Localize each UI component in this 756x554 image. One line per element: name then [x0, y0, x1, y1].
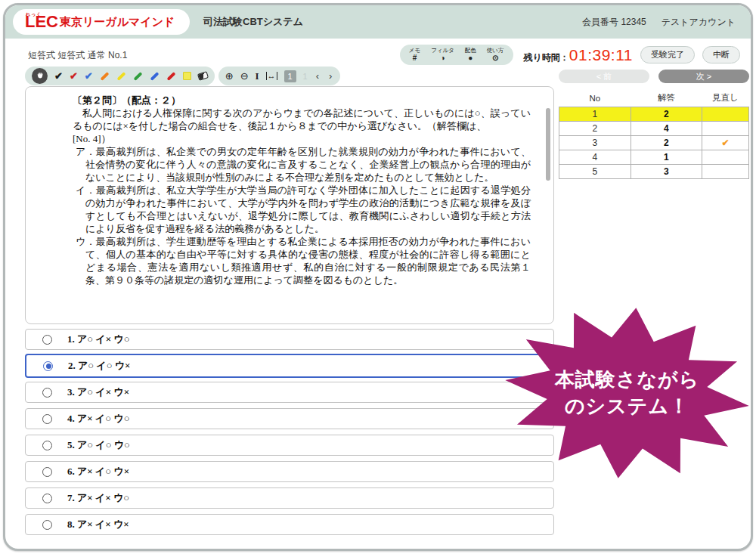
marker-yellow[interactable] — [116, 71, 125, 80]
cell-review — [702, 164, 749, 178]
answer-table-row[interactable]: 53 — [559, 164, 749, 178]
option-radio[interactable] — [42, 467, 52, 477]
question-item: ウ．最高裁判所は、学生運動歴等を理由とする私企業による本採用拒否の効力が争われた… — [76, 235, 531, 286]
question-item-text: 最高裁判所は、学生運動歴等を理由とする私企業による本採用拒否の効力が争われた事件… — [85, 236, 531, 286]
option-radio[interactable] — [42, 520, 52, 530]
marker-green[interactable] — [133, 71, 142, 80]
cbt-window: れっくLEC 東京リーガルマインド 司法試験CBTシステム 会員番号 12345… — [3, 3, 753, 551]
answer-status-table: No 解答 見直し 122432✔4153 — [559, 90, 749, 179]
option-row[interactable]: 3. ア○ イ× ウ× — [25, 382, 554, 403]
cell-review — [702, 121, 749, 135]
option-row[interactable]: 1. ア○ イ× ウ○ — [25, 329, 554, 350]
option-label: 3. ア○ イ× ウ× — [67, 385, 129, 399]
question-answer-ref: [No. 4]） — [73, 132, 531, 145]
cell-answer: 2 — [631, 107, 702, 121]
question-item-label: ウ． — [76, 236, 96, 247]
cell-question-no: 1 — [559, 107, 631, 121]
hand-tool[interactable] — [32, 68, 48, 84]
view-tools-group: ⊕⊖I↔ 1 1 ‹ › — [218, 67, 341, 85]
help-tool[interactable]: 使い方⊙ — [487, 48, 504, 62]
cell-review — [702, 107, 749, 121]
hand-icon — [36, 72, 45, 81]
cell-answer: 3 — [631, 164, 702, 178]
check-pen-red[interactable]: ✔ — [70, 71, 78, 81]
cell-answer: 1 — [631, 150, 702, 164]
page-prev-button[interactable]: ‹ — [314, 70, 321, 82]
option-row[interactable]: 6. ア× イ○ ウ× — [25, 461, 554, 482]
option-row[interactable]: 8. ア× イ× ウ× — [25, 514, 554, 535]
pen-tools-group: ✔✔✔ — [25, 67, 215, 85]
option-row[interactable]: 5. ア○ イ○ ウ○ — [25, 435, 554, 456]
question-heading: 〔第２問〕（配点：２） — [73, 94, 531, 107]
question-intro: 私人間における人権保障に関する次のアからウまでの各記述について、正しいものには○… — [73, 107, 531, 132]
option-radio[interactable] — [42, 414, 52, 424]
prev-question-button[interactable]: < 前 — [559, 70, 649, 83]
cell-question-no: 3 — [559, 135, 631, 150]
option-row[interactable]: 2. ア○ イ○ ウ× — [25, 354, 554, 378]
option-label: 2. ア○ イ○ ウ× — [68, 359, 131, 373]
lec-logo-text: れっくLEC — [25, 12, 58, 32]
annotation-toolbar: ✔✔✔ ⊕⊖I↔ 1 1 ‹ › — [25, 67, 340, 85]
header-account-area: 会員番号 12345 テストアカウント — [582, 5, 736, 39]
option-radio[interactable] — [42, 494, 52, 503]
member-number: 会員番号 12345 — [582, 16, 646, 29]
cell-review — [702, 150, 749, 164]
lec-logo: れっくLEC 東京リーガルマインド — [13, 9, 190, 35]
account-name: テストアカウント — [662, 16, 736, 29]
option-row[interactable]: 4. ア× イ○ ウ○ — [25, 408, 554, 429]
check-pen-black[interactable]: ✔ — [54, 71, 63, 81]
pause-button[interactable]: 中断 — [702, 46, 740, 63]
eraser[interactable] — [197, 71, 209, 81]
answer-table-row[interactable]: 32✔ — [559, 135, 749, 150]
question-item-label: ア． — [76, 146, 96, 157]
option-radio[interactable] — [42, 441, 52, 450]
info-circle-icon: ⊙ — [492, 54, 498, 62]
marker-red[interactable] — [166, 71, 175, 80]
subheader-controls: メモ#フィルタ◑配色●使い方⊙ 残り時間： 01:39:11 受験完了 中断 — [400, 45, 740, 65]
page-next-button[interactable]: › — [327, 70, 333, 82]
option-radio[interactable] — [43, 361, 53, 371]
cell-question-no: 4 — [559, 150, 631, 164]
char-width-icon[interactable]: ↔ — [266, 72, 277, 80]
option-radio[interactable] — [42, 335, 52, 345]
answer-table-row[interactable]: 12 — [559, 107, 749, 121]
cell-review: ✔ — [702, 135, 749, 150]
option-label: 4. ア× イ○ ウ○ — [67, 412, 130, 426]
marker-blue[interactable] — [150, 71, 159, 80]
answer-table-row[interactable]: 24 — [559, 121, 749, 135]
check-pen-blue[interactable]: ✔ — [85, 71, 93, 81]
tool-label: フィルタ — [431, 48, 454, 54]
pens-container: ✔✔✔ — [54, 71, 208, 81]
answer-options: 1. ア○ イ× ウ○2. ア○ イ○ ウ×3. ア○ イ× ウ×4. ア× イ… — [25, 329, 554, 540]
color-scheme-tool[interactable]: 配色● — [465, 48, 476, 62]
question-item: ア．最高裁判所は、私企業での男女の定年年齢を区別した就業規則の効力が争われた事件… — [76, 145, 531, 184]
palette-icon: ● — [468, 54, 472, 62]
marker-orange[interactable] — [100, 71, 109, 80]
font-size-icon[interactable]: I — [256, 71, 259, 81]
answer-table-row[interactable]: 41 — [559, 150, 749, 164]
zoom-in-icon[interactable]: ⊕ — [225, 71, 234, 81]
app-header: れっくLEC 東京リーガルマインド 司法試験CBTシステム 会員番号 12345… — [5, 5, 751, 39]
question-item-text: 最高裁判所は、私立大学学生が大学当局の許可なく学外団体に加入したことに起因する退… — [85, 184, 531, 234]
header-no: No — [559, 90, 631, 107]
answer-nav-panel: < 前 次 > No 解答 見直し 122432✔4153 — [559, 70, 749, 179]
option-label: 1. ア○ イ× ウ○ — [67, 333, 130, 346]
zoom-out-icon[interactable]: ⊖ — [240, 71, 249, 81]
option-row[interactable]: 7. ア× イ× ウ○ — [25, 487, 554, 509]
memo-tool[interactable]: メモ# — [409, 48, 420, 62]
exam-breadcrumb: 短答式 短答式 通常 No.1 — [28, 49, 127, 62]
option-radio[interactable] — [42, 388, 52, 398]
view-tools-container: ⊕⊖I↔ — [225, 71, 277, 81]
promo-text: 本試験さながら のシステム！ — [500, 302, 753, 484]
question-scrollbar[interactable] — [546, 108, 550, 181]
next-question-button[interactable]: 次 > — [658, 70, 749, 83]
current-page-indicator: 1 — [284, 70, 296, 82]
finish-exam-button[interactable]: 受験完了 — [640, 46, 695, 63]
tool-label: 使い方 — [487, 48, 504, 54]
option-label: 8. ア× イ× ウ× — [67, 518, 129, 531]
tool-label: メモ — [409, 48, 420, 54]
answer-table-header-row: No 解答 見直し — [559, 90, 749, 107]
filter-tool[interactable]: フィルタ◑ — [431, 48, 454, 62]
sticky-note[interactable] — [183, 72, 191, 80]
tool-label: 配色 — [465, 48, 476, 54]
